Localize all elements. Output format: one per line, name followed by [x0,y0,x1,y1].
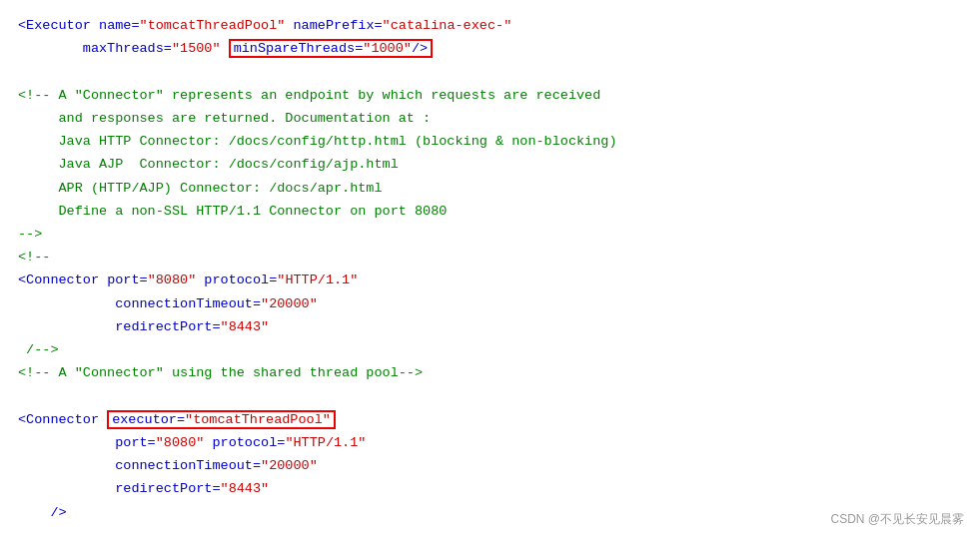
tag-close2: /> [50,505,66,520]
val-maxthreads: "1500" [172,41,221,56]
val-port1: "8080" [148,272,197,287]
space [91,18,99,33]
val-proto1: "HTTP/1.1" [277,272,358,287]
attr-redirect1: redirectPort= [115,319,220,334]
watermark: CSDN @不见长安见晨雾 [830,509,964,530]
attr-val-nameprefix: "catalina-exec-" [383,18,512,33]
attr-val-name: "tomcatThreadPool" [140,18,286,33]
val-timeout1: "20000" [261,296,318,311]
line-executor-attrs: maxThreads="1500" minSpareThreads="1000"… [18,37,962,60]
val-port2: "8080" [156,435,205,450]
comment-open: <!-- [18,246,962,269]
val-timeout2: "20000" [261,458,318,473]
attr-port2: port= [115,435,156,450]
connector2-timeout-line: connectionTimeout="20000" [18,454,962,477]
connector1-redirect-line: redirectPort="8443" [18,315,962,338]
highlight-executor: executor="tomcatThreadPool" [107,410,336,429]
attr-timeout1: connectionTimeout= [115,296,261,311]
val-proto2: "HTTP/1.1" [285,435,366,450]
connector2-close: /> [18,501,962,524]
val-redirect2: "8443" [221,481,270,496]
attr-port1: port= [107,272,148,287]
tag-connector1: <Connector [18,272,99,287]
highlight-minspare: minSpareThreads="1000"/> [229,39,433,58]
comment-shared-pool: <!-- A "Connector" using the shared thre… [18,361,962,384]
attr-nameprefix: namePrefix= [293,18,382,33]
comment-connector-desc: <!-- A "Connector" represents an endpoin… [18,84,962,247]
tag-executor: <Executor [18,18,91,33]
connector2-port-line: port="8080" protocol="HTTP/1.1" [18,431,962,454]
attr-timeout2: connectionTimeout= [115,458,261,473]
line-executor-open: <Executor name="tomcatThreadPool" namePr… [18,14,962,37]
val-redirect1: "8443" [221,319,270,334]
blank-line-1 [18,60,962,83]
connector1-timeout-line: connectionTimeout="20000" [18,292,962,315]
connector2-executor-line: <Connector executor="tomcatThreadPool" [18,408,962,431]
tag-connector2: <Connector [18,412,99,427]
blank-line-2 [18,385,962,408]
code-view: <Executor name="tomcatThreadPool" namePr… [0,0,980,540]
connector1-close: /--> [18,338,962,361]
attr-name: name= [99,18,140,33]
attr-maxthreads: maxThreads= [83,41,172,56]
attr-proto2: protocol= [212,435,285,450]
attr-redirect2: redirectPort= [115,481,220,496]
connector2-redirect-line: redirectPort="8443" [18,477,962,500]
attr-proto1: protocol= [204,272,277,287]
connector1-port-line: <Connector port="8080" protocol="HTTP/1.… [18,269,962,291]
